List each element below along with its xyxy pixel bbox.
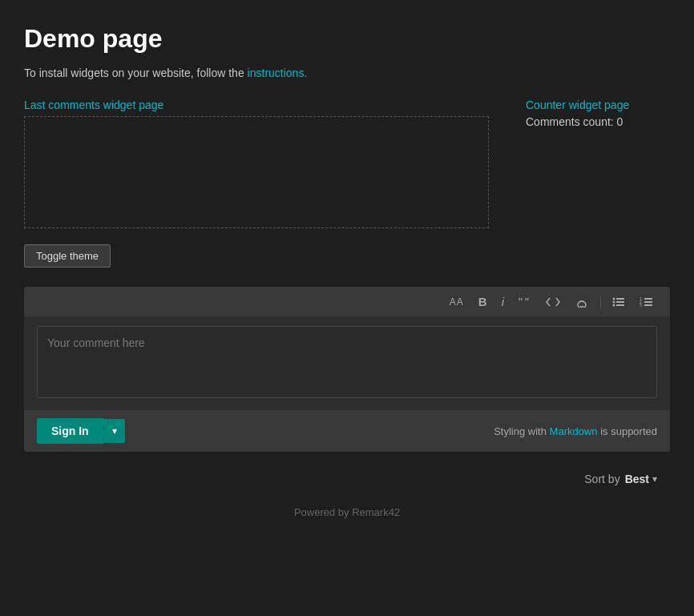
code-icon	[546, 296, 560, 308]
svg-point-2	[613, 297, 615, 300]
svg-rect-7	[616, 304, 624, 306]
svg-text:": "	[518, 296, 523, 308]
install-prefix: To install widgets on your website, foll…	[24, 66, 244, 79]
toolbar-italic-button[interactable]: i	[498, 293, 507, 310]
link-icon	[575, 296, 589, 308]
sort-value[interactable]: Best	[625, 473, 649, 485]
toolbar-divider	[600, 296, 601, 308]
svg-point-6	[613, 304, 615, 306]
comment-footer: Sign In ▾ Styling with Markdown is suppo…	[24, 410, 670, 452]
sort-label: Sort by	[584, 473, 619, 485]
install-text: To install widgets on your website, foll…	[24, 66, 670, 79]
toolbar-ordered-list-button[interactable]: 1. 2. 3.	[636, 295, 657, 309]
toolbar-code-button[interactable]	[543, 295, 563, 309]
markdown-link[interactable]: Markdown	[550, 425, 598, 437]
comment-textarea[interactable]	[37, 326, 657, 398]
toolbar-quote-button[interactable]: " "	[515, 294, 535, 310]
svg-rect-5	[616, 301, 624, 303]
sign-in-dropdown-button[interactable]: ▾	[103, 419, 125, 443]
svg-point-4	[613, 300, 615, 303]
toggle-theme-button[interactable]: Toggle theme	[24, 244, 111, 268]
instructions-link[interactable]: instructions.	[248, 66, 308, 79]
toolbar: AA B i " "	[24, 287, 670, 316]
last-comments-link[interactable]: Last comments widget page	[24, 99, 506, 111]
markdown-note: Styling with Markdown is supported	[494, 425, 657, 437]
markdown-suffix: is supported	[600, 425, 657, 437]
last-comments-section: Last comments widget page	[24, 99, 506, 228]
last-comments-box	[24, 116, 489, 228]
ordered-list-icon: 1. 2. 3.	[640, 296, 654, 308]
powered-by-text: Powered by Remark42	[294, 506, 400, 518]
quote-icon: " "	[518, 296, 531, 308]
svg-rect-9	[644, 298, 652, 300]
page-title: Demo page	[24, 24, 670, 54]
markdown-prefix: Styling with	[494, 425, 547, 437]
svg-text:": "	[525, 296, 529, 308]
svg-text:3.: 3.	[640, 303, 643, 308]
widgets-row: Last comments widget page Counter widget…	[24, 99, 670, 228]
sign-in-button[interactable]: Sign In	[37, 418, 103, 444]
sign-in-group: Sign In ▾	[37, 418, 125, 444]
toolbar-bold-button[interactable]: B	[475, 293, 490, 310]
page-wrapper: Demo page To install widgets on your web…	[0, 0, 694, 541]
comment-widget: AA B i " "	[24, 287, 670, 452]
counter-section: Counter widget page Comments count: 0	[526, 99, 670, 128]
comment-area-wrapper	[24, 316, 670, 410]
powered-by: Powered by Remark42	[24, 493, 670, 525]
chevron-down-icon[interactable]	[652, 473, 657, 485]
counter-count: Comments count: 0	[526, 115, 623, 128]
counter-link[interactable]: Counter widget page	[526, 99, 670, 111]
toolbar-link-button[interactable]	[571, 295, 592, 309]
svg-rect-13	[644, 304, 652, 306]
sort-bar: Sort by Best	[24, 465, 670, 493]
svg-rect-3	[616, 298, 624, 300]
unordered-list-icon	[612, 296, 625, 308]
toolbar-unordered-list-button[interactable]	[609, 295, 628, 309]
chevron-down-icon: ▾	[112, 425, 117, 437]
toolbar-aa-button[interactable]: AA	[446, 295, 467, 309]
svg-rect-11	[644, 301, 652, 303]
